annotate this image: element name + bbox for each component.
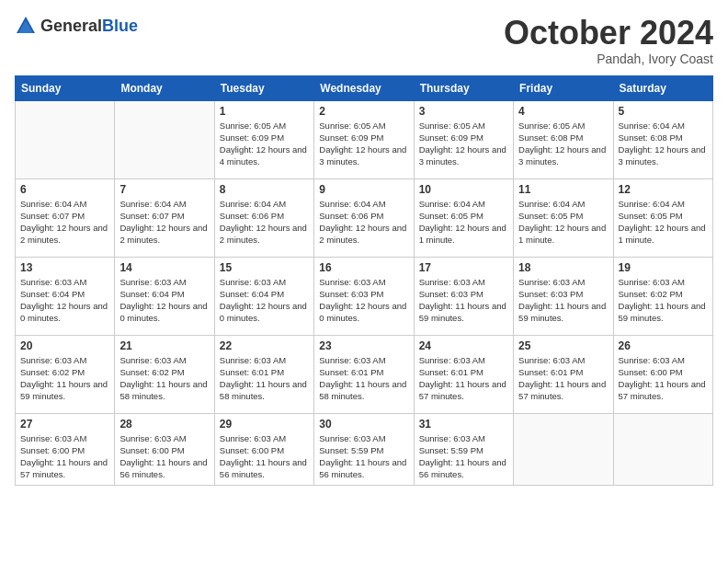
day-info: Sunrise: 6:05 AM Sunset: 6:09 PM Dayligh… [220,120,309,168]
day-number: 24 [419,339,508,352]
logo: GeneralBlue [15,15,138,37]
day-number: 4 [518,105,608,118]
calendar-cell: 29Sunrise: 6:03 AM Sunset: 6:00 PM Dayli… [214,413,313,485]
day-info: Sunrise: 6:03 AM Sunset: 6:01 PM Dayligh… [518,354,608,403]
day-info: Sunrise: 6:05 AM Sunset: 6:09 PM Dayligh… [419,120,508,168]
day-info: Sunrise: 6:03 AM Sunset: 6:00 PM Dayligh… [119,432,209,481]
calendar-cell: 14Sunrise: 6:03 AM Sunset: 6:04 PM Dayli… [115,257,214,335]
day-number: 10 [419,183,508,196]
calendar-cell: 18Sunrise: 6:03 AM Sunset: 6:03 PM Dayli… [514,257,613,335]
day-number: 1 [220,105,309,118]
day-number: 28 [119,418,209,431]
calendar-cell: 31Sunrise: 6:03 AM Sunset: 5:59 PM Dayli… [414,413,513,485]
day-info: Sunrise: 6:03 AM Sunset: 5:59 PM Dayligh… [319,432,408,481]
day-info: Sunrise: 6:05 AM Sunset: 6:09 PM Dayligh… [319,120,408,168]
day-number: 15 [220,261,309,274]
calendar-cell: 7Sunrise: 6:04 AM Sunset: 6:07 PM Daylig… [115,178,214,257]
header: GeneralBlue October 2024 Pandah, Ivory C… [15,15,713,66]
calendar-cell [16,100,115,178]
day-info: Sunrise: 6:03 AM Sunset: 6:02 PM Dayligh… [20,354,109,403]
day-number: 30 [319,418,408,431]
day-info: Sunrise: 6:04 AM Sunset: 6:05 PM Dayligh… [419,198,508,247]
day-info: Sunrise: 6:03 AM Sunset: 6:01 PM Dayligh… [419,354,508,403]
day-info: Sunrise: 6:04 AM Sunset: 6:07 PM Dayligh… [119,198,209,247]
logo-text: GeneralBlue [40,17,138,36]
day-number: 9 [319,183,408,196]
day-number: 21 [119,339,209,352]
calendar-cell: 21Sunrise: 6:03 AM Sunset: 6:02 PM Dayli… [115,335,214,413]
calendar-cell: 24Sunrise: 6:03 AM Sunset: 6:01 PM Dayli… [414,335,513,413]
week-row-2: 6Sunrise: 6:04 AM Sunset: 6:07 PM Daylig… [16,178,713,257]
day-info: Sunrise: 6:03 AM Sunset: 6:00 PM Dayligh… [20,432,109,481]
calendar-cell: 17Sunrise: 6:03 AM Sunset: 6:03 PM Dayli… [414,257,513,335]
calendar-cell: 6Sunrise: 6:04 AM Sunset: 6:07 PM Daylig… [16,178,115,257]
calendar-cell: 9Sunrise: 6:04 AM Sunset: 6:06 PM Daylig… [314,178,414,257]
weekday-header-wednesday: Wednesday [314,75,414,100]
calendar-cell: 23Sunrise: 6:03 AM Sunset: 6:01 PM Dayli… [314,335,414,413]
calendar-cell: 25Sunrise: 6:03 AM Sunset: 6:01 PM Dayli… [514,335,613,413]
day-number: 19 [619,261,708,274]
day-number: 2 [319,105,408,118]
day-number: 23 [319,339,408,352]
calendar-cell: 15Sunrise: 6:03 AM Sunset: 6:04 PM Dayli… [214,257,313,335]
calendar-cell: 2Sunrise: 6:05 AM Sunset: 6:09 PM Daylig… [314,100,414,178]
day-info: Sunrise: 6:04 AM Sunset: 6:07 PM Dayligh… [20,198,109,247]
calendar-cell: 11Sunrise: 6:04 AM Sunset: 6:05 PM Dayli… [514,178,613,257]
day-number: 3 [419,105,508,118]
day-number: 20 [20,339,109,352]
day-info: Sunrise: 6:03 AM Sunset: 6:00 PM Dayligh… [619,354,708,403]
weekday-header-tuesday: Tuesday [214,75,313,100]
day-info: Sunrise: 6:03 AM Sunset: 6:04 PM Dayligh… [220,276,309,325]
day-info: Sunrise: 6:03 AM Sunset: 5:59 PM Dayligh… [419,432,508,481]
day-number: 7 [119,183,209,196]
day-info: Sunrise: 6:03 AM Sunset: 6:01 PM Dayligh… [319,354,408,403]
calendar-cell: 27Sunrise: 6:03 AM Sunset: 6:00 PM Dayli… [16,413,115,485]
title-block: October 2024 Pandah, Ivory Coast [504,15,713,66]
day-number: 5 [619,105,708,118]
day-info: Sunrise: 6:03 AM Sunset: 6:01 PM Dayligh… [220,354,309,403]
week-row-1: 1Sunrise: 6:05 AM Sunset: 6:09 PM Daylig… [16,100,713,178]
day-number: 6 [20,183,109,196]
weekday-header-thursday: Thursday [414,75,513,100]
calendar-cell: 13Sunrise: 6:03 AM Sunset: 6:04 PM Dayli… [16,257,115,335]
calendar-cell: 12Sunrise: 6:04 AM Sunset: 6:05 PM Dayli… [613,178,712,257]
day-number: 26 [619,339,708,352]
day-number: 12 [619,183,708,196]
day-number: 8 [220,183,309,196]
day-info: Sunrise: 6:04 AM Sunset: 6:05 PM Dayligh… [619,198,708,247]
day-info: Sunrise: 6:03 AM Sunset: 6:04 PM Dayligh… [20,276,109,325]
weekday-header-friday: Friday [514,75,613,100]
day-info: Sunrise: 6:04 AM Sunset: 6:08 PM Dayligh… [619,120,708,168]
calendar-cell: 20Sunrise: 6:03 AM Sunset: 6:02 PM Dayli… [16,335,115,413]
calendar-cell: 19Sunrise: 6:03 AM Sunset: 6:02 PM Dayli… [613,257,712,335]
day-info: Sunrise: 6:03 AM Sunset: 6:03 PM Dayligh… [319,276,408,325]
calendar-cell [115,100,214,178]
calendar: SundayMondayTuesdayWednesdayThursdayFrid… [15,75,713,486]
location-subtitle: Pandah, Ivory Coast [504,52,713,66]
weekday-header-sunday: Sunday [16,75,115,100]
calendar-cell: 4Sunrise: 6:05 AM Sunset: 6:08 PM Daylig… [514,100,613,178]
calendar-cell: 8Sunrise: 6:04 AM Sunset: 6:06 PM Daylig… [214,178,313,257]
day-number: 13 [20,261,109,274]
calendar-cell [613,413,712,485]
calendar-cell: 3Sunrise: 6:05 AM Sunset: 6:09 PM Daylig… [414,100,513,178]
weekday-header-saturday: Saturday [613,75,712,100]
day-number: 27 [20,418,109,431]
day-info: Sunrise: 6:04 AM Sunset: 6:05 PM Dayligh… [518,198,608,247]
day-info: Sunrise: 6:03 AM Sunset: 6:04 PM Dayligh… [119,276,209,325]
day-number: 29 [220,418,309,431]
day-info: Sunrise: 6:03 AM Sunset: 6:02 PM Dayligh… [619,276,708,325]
day-info: Sunrise: 6:05 AM Sunset: 6:08 PM Dayligh… [518,120,608,168]
calendar-cell: 26Sunrise: 6:03 AM Sunset: 6:00 PM Dayli… [613,335,712,413]
calendar-cell: 30Sunrise: 6:03 AM Sunset: 5:59 PM Dayli… [314,413,414,485]
weekday-header-row: SundayMondayTuesdayWednesdayThursdayFrid… [16,75,713,100]
day-number: 25 [518,339,608,352]
day-info: Sunrise: 6:03 AM Sunset: 6:03 PM Dayligh… [518,276,608,325]
calendar-cell: 16Sunrise: 6:03 AM Sunset: 6:03 PM Dayli… [314,257,414,335]
day-info: Sunrise: 6:03 AM Sunset: 6:02 PM Dayligh… [119,354,209,403]
day-info: Sunrise: 6:03 AM Sunset: 6:03 PM Dayligh… [419,276,508,325]
day-number: 31 [419,418,508,431]
week-row-5: 27Sunrise: 6:03 AM Sunset: 6:00 PM Dayli… [16,413,713,485]
weekday-header-monday: Monday [115,75,214,100]
day-number: 17 [419,261,508,274]
